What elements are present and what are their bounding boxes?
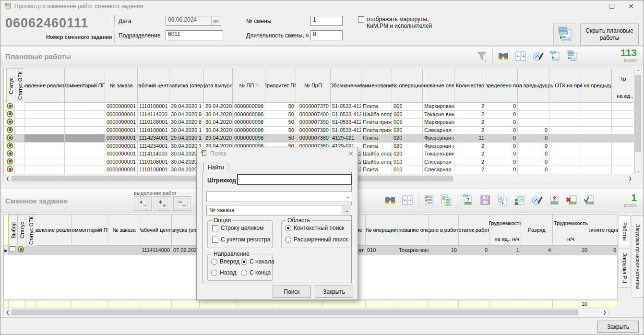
cell[interactable]: 1114114000 (138, 111, 169, 119)
cell[interactable] (108, 246, 140, 255)
cell[interactable] (581, 166, 612, 174)
cell[interactable]: 30.04.2020 1 (169, 127, 204, 135)
cell[interactable]: Плита прижи (361, 119, 392, 127)
scroll-thumb[interactable] (12, 310, 578, 315)
cell[interactable]: 0 (486, 119, 518, 127)
status-otk-cell[interactable] (15, 111, 24, 119)
header-cell[interactable]: Дата выпуска (204, 68, 233, 103)
cell[interactable]: 30.04.2020 9 (169, 111, 204, 119)
header-cell[interactable]: Включено в СЗ на предыдущей операции (581, 68, 612, 103)
cell[interactable]: 10 (553, 246, 589, 255)
status-otk-cell[interactable] (15, 134, 24, 143)
cell[interactable] (24, 134, 65, 143)
assign-person-button[interactable] (513, 193, 527, 207)
field-selector-combobox[interactable]: № заказа ⌄ (206, 205, 352, 215)
table-row[interactable]: 0000000001111010800130.04.2020 830.04.20… (4, 119, 634, 127)
cell[interactable] (518, 119, 549, 127)
cell[interactable]: 0000000001 (105, 166, 138, 174)
dir-from-start-option[interactable]: С начала (241, 258, 274, 265)
close-window-button[interactable]: Закрыть (597, 321, 639, 333)
show-routes-checkbox-row[interactable]: отображать маршруты, КиМ,РМ и исполнител… (358, 16, 449, 29)
cell[interactable] (549, 119, 581, 127)
cell[interactable] (24, 166, 65, 174)
cell[interactable]: 1114114000 (140, 246, 172, 255)
scroll-up-icon[interactable]: ⌃ (634, 68, 642, 75)
header-cell[interactable]: № заказа (108, 215, 140, 246)
filter-button[interactable] (475, 49, 489, 63)
header-cell[interactable]: Трна ед., (612, 68, 635, 103)
dialog-close-icon[interactable]: ✕ (348, 150, 354, 157)
cell[interactable]: 1110108001 (138, 158, 169, 167)
status-otk-cell[interactable] (15, 103, 24, 111)
header-cell[interactable]: Статус ОТК (26, 215, 36, 246)
cell[interactable] (518, 111, 549, 119)
close-button[interactable]: ✕ (621, 0, 641, 12)
cell[interactable]: 50 (265, 127, 296, 135)
cell[interactable]: 005 (392, 119, 423, 127)
cell[interactable]: 51-0533-412 (331, 111, 361, 119)
dialog-search-button[interactable]: Поиск (273, 286, 311, 298)
copy-clock-button[interactable] (495, 193, 510, 207)
cell[interactable] (549, 158, 581, 167)
binoculars-button[interactable] (383, 193, 397, 207)
cell[interactable]: 0 (486, 134, 518, 143)
confirm-check-button[interactable] (582, 193, 596, 207)
cell[interactable] (612, 111, 635, 119)
dir-forward-option[interactable]: Вперед (211, 258, 239, 265)
cell[interactable]: Плита (361, 166, 392, 174)
status-cell[interactable] (6, 127, 15, 135)
header-cell-sorted[interactable]: № ПП◹ (233, 68, 265, 103)
cell[interactable]: 0000000098 (233, 111, 265, 119)
checklist-copy-button[interactable] (439, 193, 453, 207)
cell[interactable] (36, 246, 72, 255)
header-cell[interactable]: Комментарий ПП (65, 68, 105, 103)
cell[interactable]: 29.04.2020 (204, 134, 233, 143)
header-cell[interactable]: № операции (392, 68, 423, 103)
cell[interactable]: 0 (486, 143, 518, 151)
cell[interactable] (581, 127, 612, 135)
header-cell[interactable]: Наименование операции (423, 68, 454, 103)
cell[interactable]: 005 (392, 103, 423, 111)
scroll-right-icon[interactable]: ❯ (626, 175, 634, 182)
cell[interactable]: 0000000001 (105, 111, 138, 119)
header-cell[interactable]: Трудоемкостьна ед., н/ч (489, 215, 521, 246)
cell[interactable]: 1110108001 (138, 119, 169, 127)
tab-works[interactable]: Работы (619, 215, 631, 247)
cell[interactable]: Маркирован (423, 103, 454, 111)
status-cell[interactable] (6, 103, 15, 111)
cell[interactable]: 0 (589, 246, 618, 255)
cell[interactable] (581, 119, 612, 127)
cell[interactable] (24, 103, 65, 111)
cell[interactable]: 0000000001 (105, 143, 138, 151)
planned-vscrollbar[interactable]: ⌃ ⌄ (634, 68, 642, 174)
cell[interactable] (65, 111, 105, 119)
extended-search-option[interactable]: Расширенный поиск (285, 236, 348, 243)
cell[interactable] (65, 166, 105, 174)
header-cell[interactable]: № заказа (105, 68, 138, 103)
tab-find[interactable]: Найти (203, 163, 228, 172)
header-cell[interactable]: Количество (454, 68, 486, 103)
cell[interactable]: 51-0533-412 (331, 103, 361, 111)
edit-route-button[interactable] (531, 49, 545, 63)
cell[interactable]: 2 (454, 158, 486, 167)
cell[interactable]: 0 (486, 150, 518, 158)
cell[interactable]: 0 (518, 150, 549, 158)
case-sensitive-checkbox[interactable] (212, 237, 218, 243)
cell[interactable]: 1110108001 (138, 166, 169, 174)
cell[interactable]: 0000000001 (105, 150, 138, 158)
cell[interactable]: 0000000001 (105, 134, 138, 143)
cell[interactable] (549, 103, 581, 111)
cell[interactable] (612, 150, 635, 158)
status-cell[interactable] (6, 158, 15, 167)
cell[interactable]: Плита (361, 134, 392, 143)
scroll-right-icon[interactable]: ❯ (601, 309, 608, 316)
cell[interactable]: Слесарная (423, 166, 454, 174)
search-text-combobox[interactable]: ⌄ (206, 191, 352, 202)
barcode-input[interactable] (237, 174, 352, 185)
select-cell[interactable] (9, 246, 17, 255)
cell[interactable]: 4129-021 (331, 134, 361, 143)
cell[interactable]: 0 (518, 158, 549, 167)
cell[interactable]: 0 (486, 158, 518, 167)
cell[interactable]: 50 (265, 134, 296, 143)
cell[interactable]: Фрезерная с (423, 143, 454, 151)
